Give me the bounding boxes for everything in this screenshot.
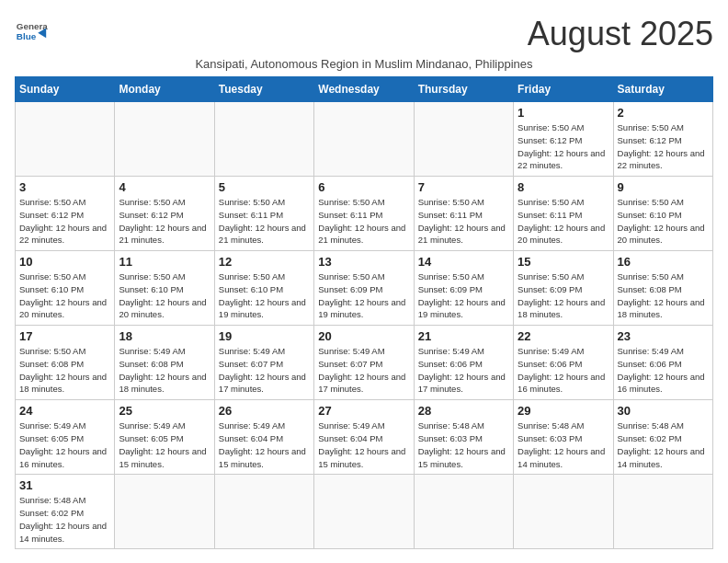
calendar-cell: 21Sunrise: 5:49 AM Sunset: 6:06 PM Dayli… xyxy=(414,326,513,400)
calendar-cell: 2Sunrise: 5:50 AM Sunset: 6:12 PM Daylig… xyxy=(613,102,712,177)
calendar-cell xyxy=(613,475,712,549)
weekday-header-row: SundayMondayTuesdayWednesdayThursdayFrid… xyxy=(16,77,713,102)
day-info: Sunrise: 5:50 AM Sunset: 6:08 PM Dayligh… xyxy=(19,345,110,396)
calendar-cell: 28Sunrise: 5:48 AM Sunset: 6:03 PM Dayli… xyxy=(414,400,513,475)
day-info: Sunrise: 5:48 AM Sunset: 6:02 PM Dayligh… xyxy=(19,494,110,545)
day-info: Sunrise: 5:49 AM Sunset: 6:07 PM Dayligh… xyxy=(219,345,310,396)
day-number: 8 xyxy=(518,180,609,194)
day-number: 2 xyxy=(618,106,709,120)
calendar-cell: 1Sunrise: 5:50 AM Sunset: 6:12 PM Daylig… xyxy=(514,102,613,177)
day-number: 16 xyxy=(618,255,709,269)
weekday-header-tuesday: Tuesday xyxy=(214,77,313,102)
day-info: Sunrise: 5:50 AM Sunset: 6:12 PM Dayligh… xyxy=(618,121,709,172)
calendar-cell: 12Sunrise: 5:50 AM Sunset: 6:10 PM Dayli… xyxy=(214,251,313,326)
day-number: 3 xyxy=(19,180,110,194)
day-number: 6 xyxy=(318,180,409,194)
calendar-week-2: 3Sunrise: 5:50 AM Sunset: 6:12 PM Daylig… xyxy=(16,177,713,251)
calendar-cell xyxy=(115,475,214,549)
weekday-header-friday: Friday xyxy=(514,77,613,102)
subtitle: Kansipati, Autonomous Region in Muslim M… xyxy=(15,57,713,71)
calendar-cell: 23Sunrise: 5:49 AM Sunset: 6:06 PM Dayli… xyxy=(613,326,712,400)
day-info: Sunrise: 5:49 AM Sunset: 6:05 PM Dayligh… xyxy=(119,419,210,470)
calendar-cell: 17Sunrise: 5:50 AM Sunset: 6:08 PM Dayli… xyxy=(16,326,115,400)
day-info: Sunrise: 5:49 AM Sunset: 6:05 PM Dayligh… xyxy=(19,419,110,470)
calendar-cell xyxy=(414,102,513,177)
calendar-cell: 22Sunrise: 5:49 AM Sunset: 6:06 PM Dayli… xyxy=(514,326,613,400)
day-number: 12 xyxy=(219,255,310,269)
day-info: Sunrise: 5:50 AM Sunset: 6:09 PM Dayligh… xyxy=(518,270,609,321)
calendar-table: SundayMondayTuesdayWednesdayThursdayFrid… xyxy=(15,76,713,549)
calendar-week-4: 17Sunrise: 5:50 AM Sunset: 6:08 PM Dayli… xyxy=(16,326,713,400)
calendar-cell xyxy=(115,102,214,177)
day-info: Sunrise: 5:50 AM Sunset: 6:12 PM Dayligh… xyxy=(119,196,210,247)
day-info: Sunrise: 5:50 AM Sunset: 6:12 PM Dayligh… xyxy=(19,196,110,247)
day-number: 20 xyxy=(318,329,409,343)
calendar-cell: 10Sunrise: 5:50 AM Sunset: 6:10 PM Dayli… xyxy=(16,251,115,326)
logo-icon: General Blue xyxy=(15,15,48,48)
day-info: Sunrise: 5:49 AM Sunset: 6:06 PM Dayligh… xyxy=(618,345,709,396)
day-info: Sunrise: 5:49 AM Sunset: 6:06 PM Dayligh… xyxy=(418,345,509,396)
calendar-cell: 30Sunrise: 5:48 AM Sunset: 6:02 PM Dayli… xyxy=(613,400,712,475)
day-info: Sunrise: 5:49 AM Sunset: 6:04 PM Dayligh… xyxy=(318,419,409,470)
day-number: 1 xyxy=(518,106,609,120)
weekday-header-saturday: Saturday xyxy=(613,77,712,102)
day-info: Sunrise: 5:50 AM Sunset: 6:12 PM Dayligh… xyxy=(518,121,609,172)
day-number: 21 xyxy=(418,329,509,343)
day-info: Sunrise: 5:50 AM Sunset: 6:10 PM Dayligh… xyxy=(19,270,110,321)
title-area: August 2025 xyxy=(528,15,713,53)
calendar-cell: 31Sunrise: 5:48 AM Sunset: 6:02 PM Dayli… xyxy=(16,475,115,549)
weekday-header-sunday: Sunday xyxy=(16,77,115,102)
calendar-cell xyxy=(314,102,414,177)
calendar-cell xyxy=(214,475,313,549)
day-info: Sunrise: 5:49 AM Sunset: 6:06 PM Dayligh… xyxy=(518,345,609,396)
day-number: 26 xyxy=(219,404,310,418)
day-info: Sunrise: 5:50 AM Sunset: 6:11 PM Dayligh… xyxy=(318,196,409,247)
calendar-cell: 4Sunrise: 5:50 AM Sunset: 6:12 PM Daylig… xyxy=(115,177,214,251)
day-number: 18 xyxy=(119,329,210,343)
calendar-cell: 19Sunrise: 5:49 AM Sunset: 6:07 PM Dayli… xyxy=(214,326,313,400)
day-number: 11 xyxy=(119,255,210,269)
day-info: Sunrise: 5:50 AM Sunset: 6:10 PM Dayligh… xyxy=(219,270,310,321)
day-info: Sunrise: 5:50 AM Sunset: 6:09 PM Dayligh… xyxy=(318,270,409,321)
day-number: 22 xyxy=(518,329,609,343)
day-number: 14 xyxy=(418,255,509,269)
day-info: Sunrise: 5:50 AM Sunset: 6:11 PM Dayligh… xyxy=(518,196,609,247)
calendar-cell: 3Sunrise: 5:50 AM Sunset: 6:12 PM Daylig… xyxy=(16,177,115,251)
calendar-cell: 8Sunrise: 5:50 AM Sunset: 6:11 PM Daylig… xyxy=(514,177,613,251)
day-number: 27 xyxy=(318,404,409,418)
day-number: 25 xyxy=(119,404,210,418)
day-number: 19 xyxy=(219,329,310,343)
day-number: 7 xyxy=(418,180,509,194)
day-info: Sunrise: 5:50 AM Sunset: 6:10 PM Dayligh… xyxy=(119,270,210,321)
day-number: 23 xyxy=(618,329,709,343)
calendar-cell: 5Sunrise: 5:50 AM Sunset: 6:11 PM Daylig… xyxy=(214,177,313,251)
day-info: Sunrise: 5:48 AM Sunset: 6:03 PM Dayligh… xyxy=(518,419,609,470)
day-number: 29 xyxy=(518,404,609,418)
calendar-cell: 6Sunrise: 5:50 AM Sunset: 6:11 PM Daylig… xyxy=(314,177,414,251)
calendar-cell: 16Sunrise: 5:50 AM Sunset: 6:08 PM Dayli… xyxy=(613,251,712,326)
calendar-cell: 26Sunrise: 5:49 AM Sunset: 6:04 PM Dayli… xyxy=(214,400,313,475)
day-number: 4 xyxy=(119,180,210,194)
calendar-week-6: 31Sunrise: 5:48 AM Sunset: 6:02 PM Dayli… xyxy=(16,475,713,549)
day-number: 17 xyxy=(19,329,110,343)
weekday-header-monday: Monday xyxy=(115,77,214,102)
calendar-cell xyxy=(314,475,414,549)
calendar-cell xyxy=(514,475,613,549)
day-info: Sunrise: 5:49 AM Sunset: 6:04 PM Dayligh… xyxy=(219,419,310,470)
month-year-title: August 2025 xyxy=(528,15,713,53)
weekday-header-wednesday: Wednesday xyxy=(314,77,414,102)
day-info: Sunrise: 5:50 AM Sunset: 6:11 PM Dayligh… xyxy=(418,196,509,247)
day-number: 28 xyxy=(418,404,509,418)
day-info: Sunrise: 5:49 AM Sunset: 6:07 PM Dayligh… xyxy=(318,345,409,396)
day-info: Sunrise: 5:49 AM Sunset: 6:08 PM Dayligh… xyxy=(119,345,210,396)
calendar-cell: 9Sunrise: 5:50 AM Sunset: 6:10 PM Daylig… xyxy=(613,177,712,251)
header: General Blue August 2025 xyxy=(15,15,713,53)
day-info: Sunrise: 5:50 AM Sunset: 6:09 PM Dayligh… xyxy=(418,270,509,321)
day-info: Sunrise: 5:48 AM Sunset: 6:02 PM Dayligh… xyxy=(618,419,709,470)
day-info: Sunrise: 5:50 AM Sunset: 6:11 PM Dayligh… xyxy=(219,196,310,247)
calendar-cell xyxy=(16,102,115,177)
day-info: Sunrise: 5:50 AM Sunset: 6:08 PM Dayligh… xyxy=(618,270,709,321)
calendar-cell: 11Sunrise: 5:50 AM Sunset: 6:10 PM Dayli… xyxy=(115,251,214,326)
calendar-cell: 13Sunrise: 5:50 AM Sunset: 6:09 PM Dayli… xyxy=(314,251,414,326)
day-number: 24 xyxy=(19,404,110,418)
